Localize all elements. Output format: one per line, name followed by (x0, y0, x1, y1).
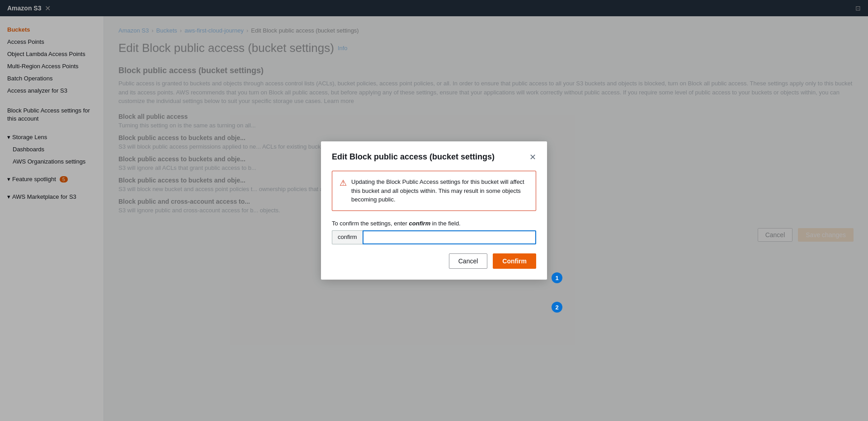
confirm-input-prefix: confirm (332, 230, 363, 244)
modal-confirm-button[interactable]: Confirm (493, 253, 536, 269)
step-1-indicator: 1 (552, 272, 562, 283)
modal-dialog: 1 2 Edit Block public access (bucket set… (321, 141, 547, 280)
modal-cancel-button[interactable]: Cancel (449, 253, 488, 269)
modal-title: Edit Block public access (bucket setting… (332, 152, 495, 162)
step-2-indicator: 2 (552, 302, 562, 313)
warning-box: ⚠ Updating the Block Public Access setti… (332, 171, 536, 211)
modal-overlay: 1 2 Edit Block public access (bucket set… (0, 0, 868, 421)
confirm-instruction: To confirm the settings, enter confirm i… (332, 220, 536, 227)
warning-triangle-icon: ⚠ (340, 178, 347, 188)
warning-message: Updating the Block Public Access setting… (351, 178, 528, 204)
modal-header: Edit Block public access (bucket setting… (332, 152, 536, 162)
modal-close-button[interactable]: ✕ (529, 153, 536, 161)
confirm-input-row: confirm (332, 230, 536, 244)
modal-actions: Cancel Confirm (332, 253, 536, 269)
confirm-text-input[interactable] (363, 230, 536, 244)
